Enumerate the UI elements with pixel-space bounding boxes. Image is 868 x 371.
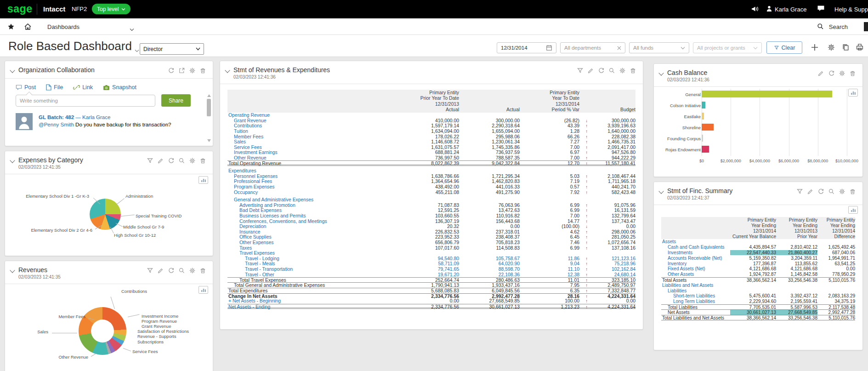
row-label[interactable]: Tuition (227, 129, 390, 134)
export-icon[interactable] (178, 67, 185, 74)
refresh-icon[interactable] (817, 188, 824, 195)
mention-link[interactable]: @Penny Smith (39, 122, 74, 127)
row-label[interactable]: Other Assets (661, 272, 730, 277)
chevron-down-icon[interactable] (135, 46, 139, 54)
search-icon[interactable] (817, 23, 824, 32)
row-label[interactable]: Business Licenses and Permits (227, 213, 390, 218)
refresh-icon[interactable] (168, 157, 175, 164)
row-label[interactable]: Operating Revenue (227, 113, 390, 118)
row-label[interactable]: Travel - Lodging (227, 256, 390, 261)
edit-icon[interactable] (157, 267, 164, 274)
row-label[interactable]: Travel - Meals (227, 261, 390, 266)
zoom-icon[interactable] (178, 157, 185, 164)
chat-icon[interactable] (817, 5, 825, 14)
row-label[interactable]: Bad Debt Expenses (227, 208, 390, 213)
row-label[interactable]: Occupancy (227, 190, 390, 195)
tab-post[interactable]: Post (16, 84, 36, 91)
edge-menu-icon[interactable] (864, 22, 868, 31)
chevron-down-icon[interactable] (130, 25, 134, 33)
row-label[interactable]: Liabilities and Net Assets (661, 283, 730, 288)
scrollbar[interactable] (207, 94, 211, 142)
add-widget-icon[interactable] (811, 43, 819, 53)
bar[interactable] (702, 146, 709, 153)
row-label[interactable]: Personnel Expenses (227, 174, 390, 179)
role-select[interactable]: Director (140, 43, 204, 55)
search-label[interactable]: Search (829, 23, 848, 30)
row-label[interactable]: Cash and Cash Equivalents (661, 245, 730, 250)
row-label[interactable]: Investment Earnings (227, 150, 390, 155)
user-icon[interactable] (766, 5, 773, 14)
row-label[interactable]: Office Supplies (227, 234, 390, 240)
delete-icon[interactable] (199, 267, 206, 274)
edit-icon[interactable] (157, 157, 164, 164)
row-label[interactable]: Travel - Transportation (227, 267, 390, 272)
filter-icon[interactable] (147, 157, 153, 164)
row-label[interactable]: Expenditures (227, 168, 390, 173)
calendar-icon[interactable] (546, 45, 552, 51)
bar[interactable] (702, 91, 832, 97)
date-field[interactable]: 12/31/2014 (497, 42, 556, 53)
bar[interactable] (702, 102, 705, 108)
tab-link[interactable]: Link (73, 84, 93, 91)
bar[interactable] (702, 113, 704, 120)
refresh-icon[interactable] (168, 67, 175, 74)
settings-icon[interactable] (189, 267, 196, 274)
row-label[interactable]: Liabilities (661, 288, 730, 293)
collapse-chevron-icon[interactable] (225, 68, 230, 73)
bar[interactable] (702, 124, 714, 131)
filter-icon[interactable] (577, 67, 584, 74)
delete-icon[interactable] (199, 157, 206, 164)
edit-icon[interactable] (807, 188, 814, 195)
help-support-link[interactable]: Help & Support (834, 6, 868, 13)
collapse-chevron-icon[interactable] (10, 158, 15, 163)
chart-export-icon[interactable] (848, 206, 858, 214)
row-label[interactable]: Program Expenses (227, 184, 390, 189)
chart-export-icon[interactable] (848, 89, 858, 97)
delete-icon[interactable] (849, 70, 856, 77)
delete-icon[interactable] (849, 188, 856, 195)
entity-selector[interactable]: Top level (92, 4, 130, 14)
tab-snapshot[interactable]: Snapshot (103, 84, 136, 91)
delete-icon[interactable] (199, 67, 206, 74)
user-name[interactable]: Karla Grace (775, 6, 806, 13)
row-label[interactable]: Member Fees (227, 134, 390, 139)
filter-icon[interactable] (796, 188, 803, 195)
filter-icon[interactable] (147, 267, 153, 274)
row-label[interactable]: + Net Assets - Beginning (227, 298, 390, 303)
settings-icon[interactable] (839, 188, 845, 195)
row-label[interactable]: Inventory (661, 261, 730, 266)
home-icon[interactable] (24, 23, 32, 32)
settings-icon[interactable] (839, 70, 845, 77)
copy-icon[interactable] (842, 43, 850, 53)
collapse-chevron-icon[interactable] (10, 68, 15, 73)
row-label[interactable]: Depreciation (227, 224, 390, 229)
settings-icon[interactable] (189, 67, 196, 74)
row-label[interactable]: Service Fees (227, 145, 390, 150)
post-link[interactable]: GL Batch: 482 (39, 114, 74, 120)
row-label[interactable]: Other Revenue (227, 155, 390, 160)
collapse-chevron-icon[interactable] (658, 188, 664, 194)
row-label[interactable]: Travel - Other (227, 272, 390, 277)
row-label[interactable]: Other Expenses (227, 240, 390, 245)
collapse-chevron-icon[interactable] (10, 268, 15, 273)
share-button[interactable]: Share (161, 94, 191, 107)
row-label[interactable]: Accounts Receivable (Net) (661, 256, 730, 261)
gear-icon[interactable] (827, 43, 835, 53)
close-icon[interactable] (617, 46, 621, 50)
post-author-link[interactable]: Karla Grace (82, 114, 110, 120)
row-label[interactable]: Travel Expenses (227, 251, 390, 256)
row-label[interactable]: Conferences, Conventions, and Meetings (227, 219, 390, 224)
post-input[interactable]: Write something (16, 95, 155, 107)
row-label[interactable]: Advertising and Promotion (227, 203, 390, 208)
row-label[interactable]: Fixed Assets (Net) (661, 266, 730, 271)
row-label[interactable]: Investments (661, 250, 730, 255)
row-label[interactable]: Short-term Liabilities (661, 293, 730, 298)
bar[interactable] (702, 135, 703, 142)
chart-export-icon[interactable] (199, 286, 208, 294)
delete-icon[interactable] (630, 67, 636, 74)
departments-filter[interactable]: All departments (560, 42, 625, 53)
zoom-icon[interactable] (828, 188, 835, 195)
favorite-star-icon[interactable] (7, 23, 15, 32)
refresh-icon[interactable] (828, 70, 835, 77)
chart-export-icon[interactable] (199, 176, 208, 184)
